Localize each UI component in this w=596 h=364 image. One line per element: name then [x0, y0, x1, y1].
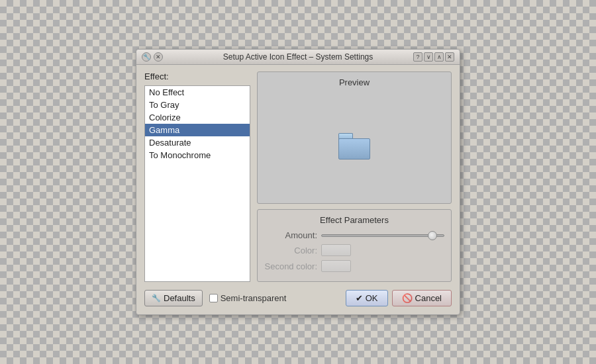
ok-label: OK: [366, 293, 378, 303]
close-button[interactable]: ✕: [154, 52, 163, 62]
defaults-label: Defaults: [164, 293, 195, 303]
effect-colorize[interactable]: Colorize: [145, 111, 250, 124]
bottom-bar: 🔧 Defaults Semi-transparent ✔ OK 🚫 Cance…: [144, 287, 452, 308]
semi-transparent-checkbox[interactable]: [209, 294, 218, 302]
color-swatch[interactable]: [321, 244, 351, 256]
dialog-title: Setup Active Icon Effect – System Settin…: [223, 52, 373, 62]
help-button[interactable]: ?: [413, 52, 422, 62]
effect-desaturate[interactable]: Desaturate: [145, 136, 250, 149]
amount-slider[interactable]: [321, 234, 444, 237]
amount-row: Amount:: [264, 230, 444, 240]
preview-icon-area: [263, 94, 446, 198]
effect-to-gray[interactable]: To Gray: [145, 99, 250, 111]
semi-transparent-label: Semi-transparent: [221, 293, 287, 303]
main-area: Effect: No Effect To Gray Colorize Gamma…: [144, 71, 452, 282]
folder-preview-icon: [338, 133, 370, 159]
params-box: Effect Parameters Amount: Color: Second …: [257, 209, 452, 282]
params-title: Effect Parameters: [264, 215, 444, 225]
close-button-right[interactable]: ✕: [445, 52, 454, 62]
preview-box: Preview: [257, 71, 452, 204]
dialog-content: Effect: No Effect To Gray Colorize Gamma…: [136, 65, 460, 314]
wrench-settings-icon[interactable]: 🔧: [142, 52, 151, 62]
right-panel: Preview Effect Parameters Amount:: [257, 71, 452, 282]
left-panel: Effect: No Effect To Gray Colorize Gamma…: [144, 71, 250, 282]
wrench-icon: 🔧: [152, 294, 161, 302]
checkmark-icon: ✔: [356, 293, 363, 303]
defaults-button[interactable]: 🔧 Defaults: [144, 290, 203, 306]
folder-body: [338, 138, 370, 159]
effect-gamma[interactable]: Gamma: [145, 124, 250, 136]
slider-thumb[interactable]: [428, 231, 437, 240]
maximize-button[interactable]: ∧: [434, 52, 444, 62]
cancel-button[interactable]: 🚫 Cancel: [392, 290, 452, 306]
dialog: 🔧 ✕ Setup Active Icon Effect – System Se…: [136, 49, 460, 315]
preview-title: Preview: [339, 77, 370, 87]
ok-button[interactable]: ✔ OK: [346, 290, 388, 306]
titlebar-right-controls: ? ∨ ∧ ✕: [413, 52, 454, 62]
titlebar: 🔧 ✕ Setup Active Icon Effect – System Se…: [136, 50, 460, 65]
minimize-button[interactable]: ∨: [424, 52, 433, 62]
color-row: Color:: [264, 244, 444, 256]
second-color-row: Second color:: [264, 260, 444, 272]
effect-list[interactable]: No Effect To Gray Colorize Gamma Desatur…: [144, 85, 250, 282]
titlebar-controls: 🔧 ✕: [142, 52, 163, 62]
cancel-icon: 🚫: [402, 293, 413, 303]
effect-label: Effect:: [144, 71, 250, 81]
semi-transparent-checkbox-label[interactable]: Semi-transparent: [209, 293, 287, 303]
right-buttons: ✔ OK 🚫 Cancel: [346, 290, 452, 306]
color-label: Color:: [264, 246, 317, 255]
effect-no-effect[interactable]: No Effect: [145, 86, 250, 99]
amount-label: Amount:: [264, 230, 317, 240]
second-color-label: Second color:: [264, 261, 317, 271]
left-controls: 🔧 Defaults Semi-transparent: [144, 290, 286, 306]
cancel-label: Cancel: [415, 293, 442, 303]
effect-to-monochrome[interactable]: To Monochrome: [145, 149, 250, 161]
second-color-swatch[interactable]: [321, 260, 351, 272]
